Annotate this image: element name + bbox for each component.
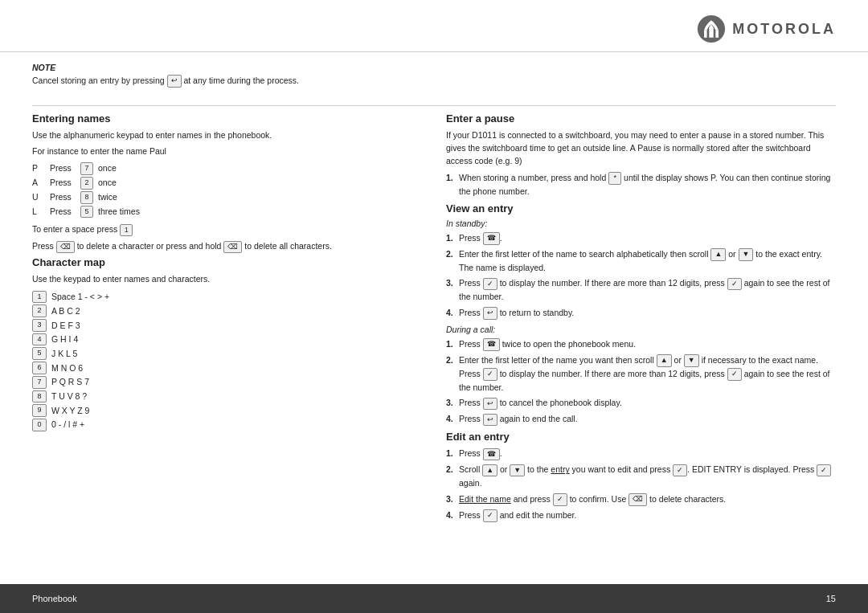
char-vals-4: G H I 4	[51, 333, 78, 345]
char-row-5: 5 J K L 5	[32, 347, 422, 360]
char-key-2: 2	[32, 304, 47, 317]
char-row-7: 7 P Q R S 7	[32, 376, 422, 389]
delete-text: Press ⌫ to delete a character or press a…	[32, 239, 422, 253]
char-vals-7: P Q R S 7	[51, 376, 89, 388]
edit-confirm-key-icon: ✓	[817, 464, 831, 477]
edit-press-key-icon: ☎	[483, 448, 500, 461]
name-row-l: L Press 5 three times	[32, 206, 422, 219]
press-p: Press	[50, 162, 76, 175]
entering-names-example: For instance to enter the name Paul	[32, 145, 422, 157]
cancel-key-icon: ↩	[167, 75, 182, 88]
edit-entry-section: Edit an entry 1. Press ☎. 2. Scroll ▲ or…	[446, 431, 836, 522]
letter-u: U	[32, 191, 45, 204]
standby-key-icon: ↩	[483, 307, 497, 320]
edit-scroll-down-icon: ▼	[510, 464, 525, 477]
char-map-table: 1 Space 1 - < > + 2 A B C 2 3 D E F 3	[32, 291, 422, 431]
letter-p: P	[32, 162, 45, 175]
char-row-4: 4 G H I 4	[32, 333, 422, 346]
left-column: Entering names Use the alphanumeric keyp…	[32, 112, 422, 584]
space-key-icon: 1	[120, 224, 133, 237]
press-l: Press	[50, 206, 76, 219]
times-u: twice	[98, 191, 117, 204]
edit-step-1: 1. Press ☎.	[446, 447, 836, 460]
call-display-key-icon: ✓	[483, 368, 497, 381]
key-7: 7	[80, 162, 93, 175]
char-vals-0: 0 - / l # +	[51, 419, 84, 431]
enter-pause-steps: 1. When storing a number, press and hold…	[446, 171, 836, 198]
key-8: 8	[80, 191, 93, 204]
press-u: Press	[50, 191, 76, 204]
times-a: once	[98, 177, 117, 190]
call-steps: 1. Press ☎ twice to open the phonebook m…	[446, 337, 836, 427]
header: MOTOROLA	[0, 0, 868, 52]
note-text: Cancel storing an entry by pressing ↩ at…	[32, 76, 299, 85]
footer-page: 15	[826, 594, 836, 603]
press-key-1: ☎	[483, 232, 500, 245]
hold-key-icon: *	[608, 172, 621, 185]
enter-pause-section: Enter a pause If your D1011 is connected…	[446, 112, 836, 198]
name-row-a: A Press 2 once	[32, 177, 422, 190]
space-text: To enter a space press 1	[32, 223, 422, 236]
logo-area: MOTOROLA	[697, 14, 836, 43]
char-vals-5: J K L 5	[51, 348, 77, 360]
enter-pause-step-1: 1. When storing a number, press and hold…	[446, 171, 836, 198]
edit-step-4: 4. Press ✓ and edit the number.	[446, 509, 836, 522]
entering-names-title: Entering names	[32, 112, 422, 125]
char-key-4: 4	[32, 333, 47, 346]
again-key-icon: ✓	[727, 278, 742, 291]
char-key-8: 8	[32, 390, 47, 403]
call-step-2: 2. Enter the first letter of the name yo…	[446, 353, 836, 394]
edit-select-key-icon: ✓	[673, 464, 687, 477]
enter-pause-title: Enter a pause	[446, 112, 836, 125]
standby-steps: 1. Press ☎. 2. Enter the first letter of…	[446, 231, 836, 320]
char-row-6: 6 M N O 6	[32, 362, 422, 374]
standby-step-3: 3. Press ✓ to display the number. If the…	[446, 276, 836, 303]
right-column: Enter a pause If your D1011 is connected…	[446, 112, 836, 584]
divider	[32, 105, 836, 106]
call-step-4: 4. Press ↩ again to end the call.	[446, 412, 836, 426]
during-call-label: During a call:	[446, 325, 836, 334]
char-map-intro: Use the keypad to enter names and charac…	[32, 272, 422, 285]
call-again-key-icon: ✓	[727, 368, 742, 381]
call-step-3: 3. Press ↩ to cancel the phonebook displ…	[446, 396, 836, 410]
edit-step-3: 3. Edit the name and press ✓ to confirm.…	[446, 492, 836, 506]
edit-entry-steps: 1. Press ☎. 2. Scroll ▲ or ▼ to the entr…	[446, 447, 836, 522]
call-menu-key-icon: ☎	[483, 338, 500, 351]
char-vals-2: A B C 2	[51, 305, 80, 317]
name-table: P Press 7 once A Press 2 once U	[32, 162, 422, 218]
char-row-1: 1 Space 1 - < > +	[32, 291, 422, 304]
edit-name-text: Edit the name	[459, 494, 511, 504]
name-row-p: P Press 7 once	[32, 162, 422, 175]
char-row-9: 9 W X Y Z 9	[32, 404, 422, 417]
entering-names-intro: Use the alphanumeric keypad to enter nam…	[32, 129, 422, 141]
scroll-up-icon: ▲	[710, 248, 726, 261]
note-section: NOTE Cancel storing an entry by pressing…	[32, 62, 836, 88]
char-row-8: 8 T U V 8 ?	[32, 390, 422, 403]
main-content: NOTE Cancel storing an entry by pressing…	[0, 52, 868, 584]
char-vals-9: W X Y Z 9	[51, 405, 89, 417]
key-5: 5	[80, 206, 93, 219]
call-scroll-up-icon: ▲	[657, 354, 672, 367]
footer: Phonebook 15	[0, 584, 868, 613]
standby-step-1: 1. Press ☎.	[446, 231, 836, 245]
edit-step-2: 2. Scroll ▲ or ▼ to the entry you want t…	[446, 463, 836, 489]
letter-l: L	[32, 206, 45, 219]
char-vals-6: M N O 6	[51, 362, 83, 374]
char-vals-3: D E F 3	[51, 320, 80, 332]
delete-hold-key-icon: ⌫	[223, 241, 242, 254]
call-scroll-down-icon: ▼	[684, 354, 699, 367]
char-key-1: 1	[32, 291, 47, 304]
times-l: three times	[98, 206, 140, 219]
character-map-section: Character map Use the keypad to enter na…	[32, 256, 422, 431]
entry-underline: entry	[551, 464, 569, 474]
end-call-key-icon: ↩	[483, 414, 497, 427]
char-key-5: 5	[32, 347, 47, 360]
scroll-down-icon: ▼	[739, 248, 754, 261]
char-row-2: 2 A B C 2	[32, 304, 422, 317]
char-row-0: 0 0 - / l # +	[32, 419, 422, 431]
standby-step-4: 4. Press ↩ to return to standby.	[446, 306, 836, 320]
two-columns: Entering names Use the alphanumeric keyp…	[32, 112, 836, 584]
name-row-u: U Press 8 twice	[32, 191, 422, 204]
page-wrapper: MOTOROLA NOTE Cancel storing an entry by…	[0, 0, 868, 613]
char-vals-1: Space 1 - < > +	[51, 291, 109, 303]
